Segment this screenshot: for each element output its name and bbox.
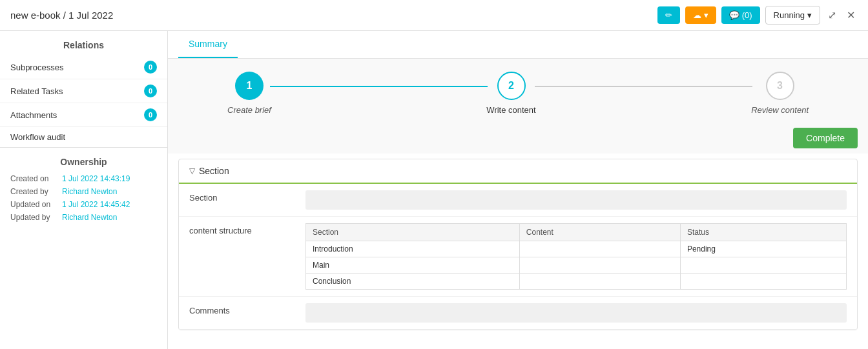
upload-icon: ☁ — [693, 10, 701, 20]
header: new e-book / 1 Jul 2022 ✏ ☁ ▾ 💬 (0) Runn… — [0, 0, 868, 31]
row-2-content — [519, 257, 680, 274]
workflow-steps: 1 Create brief 2 Write content — [168, 59, 868, 128]
step-connector-2 — [535, 86, 752, 87]
section-input[interactable] — [305, 190, 847, 210]
step-1-circle: 1 — [235, 72, 264, 100]
tabs: Summary — [168, 31, 868, 59]
page-title: new e-book / 1 Jul 2022 — [10, 10, 657, 21]
comment-button[interactable]: 💬 (0) — [721, 6, 760, 24]
chevron-down-icon: ▾ — [807, 10, 812, 20]
comment-icon: 💬 — [729, 10, 742, 20]
complete-btn-row: Complete — [168, 128, 868, 154]
expand-icon: ⤢ — [828, 10, 836, 21]
ownership-created-on: Created on 1 Jul 2022 14:43:19 — [0, 172, 167, 185]
triangle-icon: ▽ — [189, 166, 195, 175]
sidebar-item-related-tasks[interactable]: Related Tasks 0 — [0, 79, 167, 103]
sidebar: Relations Subprocesses 0 Related Tasks 0… — [0, 31, 168, 349]
step-3-label: Review content — [751, 105, 809, 115]
row-1-section: Introduction — [306, 241, 520, 257]
comments-label: Comments — [189, 303, 305, 315]
upload-button[interactable]: ☁ ▾ — [685, 6, 716, 24]
tab-summary[interactable]: Summary — [178, 31, 238, 58]
section-field-value — [305, 190, 847, 210]
subprocesses-badge: 0 — [144, 61, 157, 74]
table-header-row: Section Content Status — [306, 224, 847, 241]
sidebar-item-subprocesses[interactable]: Subprocesses 0 — [0, 55, 167, 79]
content-table: Section Content Status Introduction — [305, 223, 847, 290]
step-2-label: Write content — [486, 105, 535, 115]
ownership-updated-on: Updated on 1 Jul 2022 14:45:42 — [0, 198, 167, 211]
created-on-value: 1 Jul 2022 14:43:19 — [62, 174, 130, 183]
subprocesses-label: Subprocesses — [10, 63, 63, 72]
step-2-circle: 2 — [497, 72, 526, 100]
col-content: Content — [519, 224, 680, 241]
updated-on-value: 1 Jul 2022 14:45:42 — [62, 200, 130, 209]
content-structure-label: content structure — [189, 223, 305, 235]
created-by-label: Created by — [10, 187, 62, 196]
col-section: Section — [306, 224, 520, 241]
row-1-status: Pending — [680, 241, 846, 257]
form-section-header: ▽ Section — [179, 159, 857, 184]
ownership-created-by: Created by Richard Newton — [0, 185, 167, 198]
chevron-down-icon: ▾ — [704, 10, 708, 20]
step-1-label: Create brief — [227, 105, 271, 115]
row-1-content — [519, 241, 680, 257]
sidebar-item-workflow-audit[interactable]: Workflow audit — [0, 127, 167, 147]
related-tasks-badge: 0 — [144, 85, 157, 97]
running-label: Running — [774, 10, 805, 20]
created-by-value: Richard Newton — [62, 187, 117, 196]
table-row: Main — [306, 257, 847, 274]
step-review-content: 3 Review content — [751, 72, 809, 115]
step-create-brief: 1 Create brief — [227, 72, 271, 115]
app-container: new e-book / 1 Jul 2022 ✏ ☁ ▾ 💬 (0) Runn… — [0, 0, 868, 349]
complete-button[interactable]: Complete — [793, 128, 858, 148]
close-button[interactable]: ✕ — [844, 6, 858, 24]
row-2-status — [680, 257, 846, 274]
content-structure-value: Section Content Status Introduction — [305, 223, 847, 290]
form-section: ▽ Section Section content structure — [178, 159, 858, 330]
ownership-updated-by: Updated by Richard Newton — [0, 211, 167, 224]
updated-on-label: Updated on — [10, 200, 62, 209]
section-field-label: Section — [189, 190, 305, 203]
sidebar-item-attachments[interactable]: Attachments 0 — [0, 103, 167, 127]
close-icon: ✕ — [847, 10, 855, 21]
form-row-content-structure: content structure Section Content Status — [179, 217, 857, 297]
row-3-section: Conclusion — [306, 274, 520, 290]
edit-icon: ✏ — [665, 10, 672, 20]
expand-button[interactable]: ⤢ — [825, 6, 839, 24]
section-title: Section — [199, 166, 229, 176]
updated-by-value: Richard Newton — [62, 213, 117, 222]
content-area: Summary 1 Create brief 2 — [168, 31, 868, 349]
row-2-section: Main — [306, 257, 520, 274]
workflow-audit-label: Workflow audit — [10, 132, 65, 142]
relations-title: Relations — [0, 31, 167, 55]
step-write-content: 2 Write content — [486, 72, 535, 115]
comments-input[interactable] — [305, 303, 847, 323]
step-3-circle: 3 — [766, 72, 794, 100]
attachments-label: Attachments — [10, 110, 57, 120]
table-row: Conclusion — [306, 274, 847, 290]
row-3-content — [519, 274, 680, 290]
attachments-badge: 0 — [144, 108, 157, 121]
col-status: Status — [680, 224, 846, 241]
created-on-label: Created on — [10, 174, 62, 183]
form-row-comments: Comments — [179, 297, 857, 330]
table-row: Introduction Pending — [306, 241, 847, 257]
form-row-section: Section — [179, 184, 857, 217]
step-connector-1 — [270, 86, 488, 87]
row-3-status — [680, 274, 846, 290]
main-layout: Relations Subprocesses 0 Related Tasks 0… — [0, 31, 868, 349]
running-button[interactable]: Running ▾ — [765, 6, 820, 25]
updated-by-label: Updated by — [10, 213, 62, 222]
header-actions: ✏ ☁ ▾ 💬 (0) Running ▾ ⤢ ✕ — [657, 6, 858, 25]
edit-button[interactable]: ✏ — [657, 6, 680, 24]
form-area: ▽ Section Section content structure — [168, 154, 868, 349]
comments-value — [305, 303, 847, 323]
related-tasks-label: Related Tasks — [10, 86, 63, 96]
ownership-title: Ownership — [0, 147, 167, 172]
steps-container: 1 Create brief 2 Write content — [227, 72, 809, 115]
